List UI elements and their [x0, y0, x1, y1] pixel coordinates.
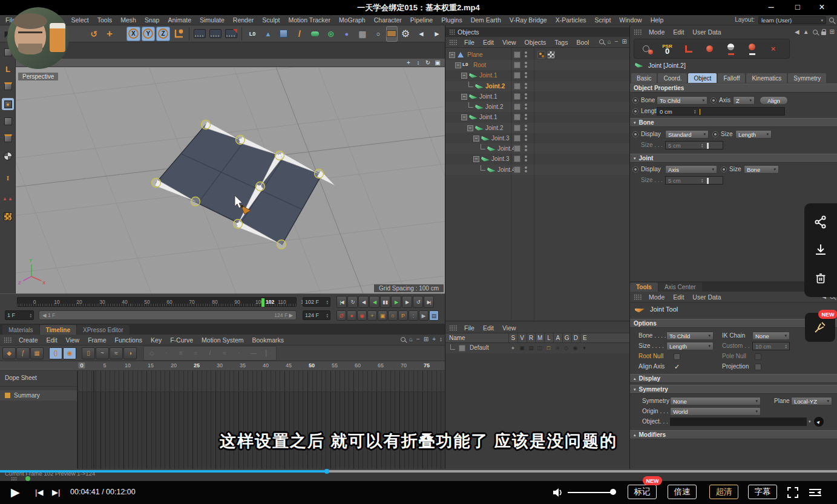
menu-item[interactable]: F-Curve: [166, 336, 197, 344]
tree-row-joint3b[interactable]: − Joint.3: [445, 154, 629, 164]
rotate-view-icon[interactable]: ↻: [423, 59, 433, 67]
array-icon[interactable]: ▦: [355, 27, 370, 41]
key-radio[interactable]: [632, 166, 638, 172]
search-icon[interactable]: [599, 39, 604, 44]
menu-item[interactable]: View: [498, 39, 520, 46]
column-header[interactable]: V: [517, 333, 527, 342]
volume-builder-icon[interactable]: ●: [340, 27, 354, 41]
joint-size-dropdown[interactable]: Bone▾: [744, 165, 779, 174]
visibility-dots[interactable]: [525, 51, 527, 57]
menu-item[interactable]: Edit: [479, 324, 498, 332]
zoom-view-icon[interactable]: ↕: [413, 59, 423, 67]
frame-ruler[interactable]: 102 0102030405060708090100110120: [17, 297, 297, 307]
collapse-icon[interactable]: −: [467, 125, 473, 131]
video-progress-knob[interactable]: [324, 469, 329, 474]
menu-item[interactable]: Frame: [84, 336, 110, 344]
loop-button[interactable]: ↻: [347, 296, 358, 308]
dopesheet-ruler[interactable]: 051015202530354045505560657075: [0, 361, 445, 371]
tree-label[interactable]: Root: [473, 62, 486, 68]
record-button[interactable]: ▶: [419, 310, 428, 321]
tree-label[interactable]: Plane: [467, 51, 483, 58]
rotate-tool-icon[interactable]: ↺: [87, 27, 101, 41]
bone-size-dropdown[interactable]: Length▾: [735, 130, 772, 139]
column-header[interactable]: G: [562, 333, 571, 342]
tree-label[interactable]: Joint.4: [497, 166, 515, 173]
tool-size-dropdown[interactable]: Length▾: [666, 342, 714, 350]
manager-icon[interactable]: ◫: [535, 345, 544, 351]
collapse-icon[interactable]: −: [473, 136, 479, 142]
render-settings-icon[interactable]: [224, 27, 238, 41]
layer-row-default[interactable]: Default ● ▣ ▤ ◫ □ ≡ ◇ ◉ ▾: [445, 343, 629, 353]
collapse-icon[interactable]: −: [473, 156, 479, 162]
collapse-icon[interactable]: −: [461, 73, 467, 79]
mark-button[interactable]: 标记: [628, 485, 657, 499]
video-progress-track[interactable]: [0, 470, 837, 473]
record-button[interactable]: ▣: [378, 310, 387, 321]
minimize-panel-icon[interactable]: −: [615, 38, 619, 45]
visibility-dots[interactable]: [525, 62, 527, 68]
material-preview-button[interactable]: [386, 26, 398, 42]
menu-item[interactable]: Dem Earth: [467, 16, 505, 24]
tree-label[interactable]: Joint.2: [485, 83, 505, 90]
layer-swatch[interactable]: [514, 155, 520, 162]
layer-swatch[interactable]: [514, 103, 520, 110]
points-mode-icon[interactable]: [2, 98, 14, 110]
model-mode-icon[interactable]: L: [2, 63, 14, 75]
collapse-icon[interactable]: −: [449, 52, 455, 58]
section-display[interactable]: ▴Display: [630, 374, 837, 383]
prev-layout-icon[interactable]: ◄: [414, 27, 428, 41]
menu-item[interactable]: Motion System: [197, 336, 248, 344]
visibility-dots[interactable]: [525, 166, 527, 172]
visibility-dots[interactable]: [525, 125, 527, 131]
y-axis-lock-button[interactable]: Y: [142, 27, 156, 41]
light-icon[interactable]: ○: [371, 27, 386, 41]
volume-icon[interactable]: [552, 487, 563, 498]
filter-button[interactable]: ~: [96, 347, 109, 359]
visibility-dots[interactable]: [525, 93, 527, 99]
next-video-button[interactable]: ▶|: [52, 488, 60, 497]
tab-coord[interactable]: Coord.: [658, 73, 687, 83]
viewport-3d[interactable]: YXZ Perspective Grid Spacing : 100 cm: [16, 67, 445, 293]
menu-item[interactable]: Sculpt: [258, 16, 284, 24]
column-header[interactable]: M: [535, 333, 544, 342]
menu-item[interactable]: X-Particles: [551, 16, 591, 24]
tab-xpresso[interactable]: XPresso Editor: [77, 325, 130, 335]
minimize-icon[interactable]: ─: [763, 2, 779, 13]
key-radio[interactable]: [712, 131, 718, 137]
summary-row[interactable]: Summary: [0, 390, 77, 401]
tree-row-root[interactable]: − L0 Root: [445, 60, 629, 70]
menu-item[interactable]: Tools: [93, 16, 117, 24]
menu-item[interactable]: Functions: [111, 336, 147, 344]
origin-dropdown[interactable]: World▾: [670, 407, 761, 416]
tree-row-joint2b[interactable]: Joint.2: [445, 102, 629, 112]
tab-basic[interactable]: Basic: [631, 73, 657, 83]
menu-item[interactable]: Tags: [550, 39, 572, 46]
key-radio[interactable]: [711, 97, 717, 103]
tree-row-joint1c[interactable]: − Joint.1: [445, 112, 629, 122]
goto-start-button[interactable]: |◀: [336, 296, 347, 308]
spline-pen-icon[interactable]: ▲: [261, 27, 275, 41]
tab-falloff[interactable]: Falloff: [718, 73, 745, 83]
zoom-icon[interactable]: ↕: [439, 336, 442, 342]
menu-item[interactable]: Edit: [479, 39, 498, 46]
column-header[interactable]: L: [544, 333, 553, 342]
active-mode-button[interactable]: ◉: [63, 347, 76, 359]
move-tool-icon[interactable]: +: [102, 27, 117, 41]
bone-dropdown[interactable]: To Child▾: [657, 96, 707, 105]
tab-materials[interactable]: Materials: [2, 325, 39, 335]
expressions-icon[interactable]: ▾: [580, 345, 589, 351]
menu-item[interactable]: V-Ray Bridge: [505, 16, 551, 24]
layer-swatch[interactable]: [514, 114, 520, 120]
visibility-dots[interactable]: [525, 72, 527, 78]
generators-icon[interactable]: ◇: [562, 345, 571, 351]
close-icon[interactable]: ×: [814, 2, 830, 13]
lock-icon[interactable]: [821, 31, 826, 35]
texture-sphere-icon[interactable]: [2, 150, 14, 162]
menu-item[interactable]: Mode: [645, 293, 669, 301]
layer-swatch[interactable]: [514, 125, 520, 131]
column-header[interactable]: R: [527, 333, 536, 342]
tree-row-joint2-selected[interactable]: Joint.2: [445, 81, 629, 91]
history-up-icon[interactable]: ▲: [803, 28, 809, 35]
collapse-icon[interactable]: −: [461, 94, 467, 100]
gear-icon[interactable]: ⚙: [398, 27, 413, 41]
